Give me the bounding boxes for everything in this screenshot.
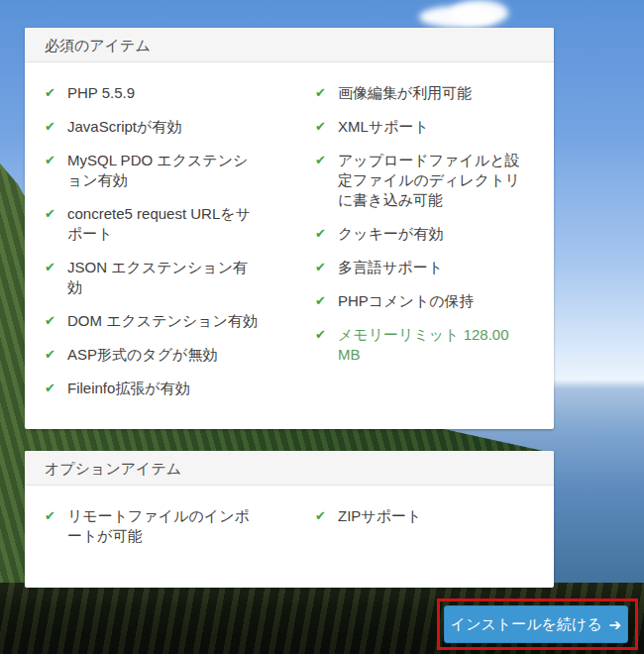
optional-items-right-column: ✔ZIPサポート (315, 506, 536, 560)
required-items-right-column: ✔画像編集が利用可能 ✔XMLサポート ✔アップロードファイルと設定ファイルのデ… (315, 83, 536, 412)
requirement-label: Fileinfo拡張が有効 (67, 379, 190, 398)
check-icon: ✔ (315, 83, 338, 103)
check-icon: ✔ (315, 325, 338, 365)
check-icon: ✔ (315, 151, 338, 210)
check-icon: ✔ (45, 83, 67, 103)
requirement-item: ✔多言語サポート (315, 258, 536, 277)
requirement-label: リモートファイルのインポートが可能 (67, 506, 262, 546)
requirement-label: 多言語サポート (338, 258, 443, 277)
requirement-label: クッキーが有効 (338, 224, 443, 244)
requirement-label: JSON エクステンション有効 (67, 258, 262, 297)
continue-install-button[interactable]: インストールを続ける ➔ (444, 605, 628, 643)
requirement-item: ✔ASP形式のタグが無効 (45, 345, 315, 365)
optional-items-card-title: オプションアイテム (25, 451, 554, 486)
requirement-item: ✔リモートファイルのインポートが可能 (45, 506, 315, 546)
requirement-item: ✔アップロードファイルと設定ファイルのディレクトリに書き込み可能 (315, 151, 536, 210)
required-items-card-title: 必須のアイテム (25, 28, 554, 62)
check-icon: ✔ (45, 506, 67, 546)
requirement-item: ✔PHPコメントの保持 (315, 291, 536, 311)
required-items-card: 必須のアイテム ✔PHP 5.5.9 ✔JavaScriptが有効 ✔MySQL… (25, 28, 554, 429)
check-icon: ✔ (45, 311, 67, 331)
requirement-item: ✔MySQL PDO エクステンション有効 (45, 151, 315, 190)
requirement-label: 画像編集が利用可能 (338, 83, 472, 103)
check-icon: ✔ (315, 291, 338, 311)
requirement-item-memory-limit: ✔メモリーリミット 128.00 MB (315, 325, 536, 365)
check-icon: ✔ (45, 258, 67, 297)
requirement-item: ✔concrete5 request URLをサポート (45, 204, 315, 244)
requirement-label: XMLサポート (338, 117, 429, 137)
requirement-item: ✔JSON エクステンション有効 (45, 258, 315, 297)
requirement-label: MySQL PDO エクステンション有効 (67, 151, 262, 190)
check-icon: ✔ (45, 117, 67, 137)
requirement-label: アップロードファイルと設定ファイルのディレクトリに書き込み可能 (338, 151, 532, 210)
optional-items-list: ✔リモートファイルのインポートが可能 ✔ZIPサポート (25, 486, 554, 560)
check-icon: ✔ (315, 258, 338, 277)
requirement-label: DOM エクステンション有効 (67, 311, 258, 331)
optional-items-left-column: ✔リモートファイルのインポートが可能 (45, 506, 315, 560)
check-icon: ✔ (45, 151, 67, 190)
requirement-item: ✔PHP 5.5.9 (45, 83, 315, 103)
requirement-label: JavaScriptが有効 (67, 117, 181, 137)
requirement-label: メモリーリミット 128.00 MB (338, 325, 532, 365)
requirement-item: ✔JavaScriptが有効 (45, 117, 315, 137)
required-items-left-column: ✔PHP 5.5.9 ✔JavaScriptが有効 ✔MySQL PDO エクス… (45, 83, 315, 412)
check-icon: ✔ (315, 506, 338, 526)
requirement-label: concrete5 request URLをサポート (67, 204, 262, 244)
requirement-label: PHP 5.5.9 (67, 83, 135, 103)
arrow-right-icon: ➔ (609, 617, 622, 632)
requirement-label: ZIPサポート (338, 506, 421, 526)
check-icon: ✔ (315, 117, 338, 137)
required-items-list: ✔PHP 5.5.9 ✔JavaScriptが有効 ✔MySQL PDO エクス… (25, 62, 554, 412)
continue-install-button-label: インストールを続ける (451, 615, 602, 634)
cloud-image (451, 0, 508, 26)
requirement-item: ✔Fileinfo拡張が有効 (45, 379, 315, 398)
annotation-highlight-box: インストールを続ける ➔ (437, 599, 638, 650)
requirement-item: ✔XMLサポート (315, 117, 536, 137)
optional-items-card: オプションアイテム ✔リモートファイルのインポートが可能 ✔ZIPサポート (25, 451, 554, 588)
requirement-item: ✔DOM エクステンション有効 (45, 311, 315, 331)
requirement-item: ✔画像編集が利用可能 (315, 83, 536, 103)
check-icon: ✔ (45, 379, 67, 398)
requirement-label: PHPコメントの保持 (338, 291, 475, 311)
requirement-label: ASP形式のタグが無効 (67, 345, 217, 365)
check-icon: ✔ (45, 345, 67, 365)
check-icon: ✔ (45, 204, 67, 244)
requirement-item: ✔クッキーが有効 (315, 224, 536, 244)
check-icon: ✔ (315, 224, 338, 244)
requirement-item: ✔ZIPサポート (315, 506, 536, 526)
